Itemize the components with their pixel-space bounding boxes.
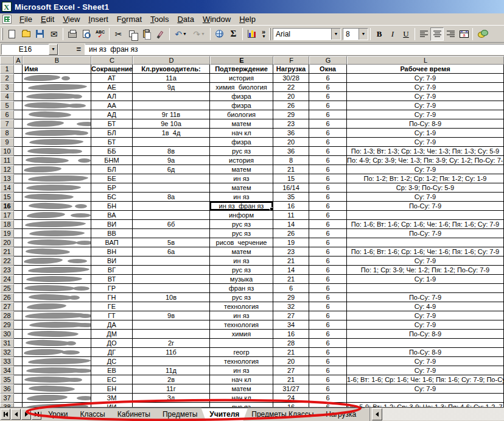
- redo-button[interactable]: ↷▼: [190, 27, 208, 41]
- cell-windows[interactable]: 6: [309, 394, 347, 403]
- cell-windows[interactable]: 6: [309, 266, 347, 275]
- cell-working-time[interactable]: Су: 7-9: [347, 74, 504, 83]
- row-header-25[interactable]: 25: [0, 284, 14, 293]
- copy-button[interactable]: [125, 27, 139, 41]
- font-size-dropdown-arrow[interactable]: ▼: [359, 29, 368, 40]
- cell-a[interactable]: [14, 320, 23, 330]
- cell-working-time[interactable]: Ср: 3-9; По-Су: 5-9: [347, 183, 504, 193]
- cell-confirmation[interactable]: биология: [210, 110, 273, 119]
- cell-load[interactable]: 16: [273, 330, 309, 339]
- cell-confirmation[interactable]: рус яз: [210, 220, 273, 229]
- sheet-tab-предметы-классы[interactable]: Предметы Классы: [243, 408, 322, 421]
- cell-windows[interactable]: 6: [309, 293, 347, 302]
- cell-a[interactable]: [14, 202, 23, 211]
- cell-a[interactable]: [14, 348, 23, 357]
- cell-a[interactable]: [14, 156, 23, 165]
- cell-abbreviation[interactable]: АТ: [91, 74, 133, 83]
- cell-working-time[interactable]: Су: 7-9: [347, 165, 504, 174]
- cell-name-redacted[interactable]: [23, 403, 91, 407]
- cell-a[interactable]: [14, 110, 23, 119]
- italic-button[interactable]: I: [386, 27, 399, 41]
- cell-confirmation[interactable]: история: [210, 156, 273, 165]
- cell-class-teacher[interactable]: 10в: [133, 293, 210, 302]
- previous-sheet-button[interactable]: [11, 409, 21, 420]
- cell-working-time[interactable]: Су: 7-9: [347, 83, 504, 92]
- cell-windows[interactable]: 6: [309, 256, 347, 266]
- cell-windows[interactable]: 6: [309, 384, 347, 394]
- cell-a[interactable]: [14, 220, 23, 229]
- cell-load[interactable]: 36: [273, 147, 309, 156]
- header-class-teacher[interactable]: Кл.руководитель:: [133, 65, 210, 74]
- bold-button[interactable]: B: [373, 27, 386, 41]
- scroll-left-button[interactable]: [372, 408, 382, 420]
- cell-abbreviation[interactable]: АЕ: [91, 83, 133, 92]
- cell-working-time[interactable]: Су: 7-9: [347, 101, 504, 110]
- cell-working-time[interactable]: Су: 7-9: [347, 138, 504, 147]
- cell-name-redacted[interactable]: [23, 266, 91, 275]
- cell-working-time[interactable]: По-Су: 8-9: [347, 330, 504, 339]
- menu-insert[interactable]: Insert: [84, 13, 113, 25]
- column-header-F[interactable]: F: [273, 56, 309, 65]
- row-header-35[interactable]: 35: [0, 375, 14, 384]
- cell-windows[interactable]: 6: [309, 129, 347, 138]
- cell-abbreviation[interactable]: ВН: [91, 247, 133, 256]
- next-sheet-button[interactable]: [21, 409, 31, 420]
- cell-load[interactable]: 27: [273, 311, 309, 320]
- cell-confirmation[interactable]: геогр: [210, 348, 273, 357]
- cell-load[interactable]: 16: [273, 202, 309, 211]
- row-header-19[interactable]: 19: [0, 229, 14, 238]
- cell-name-redacted[interactable]: [23, 339, 91, 348]
- name-box[interactable]: E16 ▼: [1, 44, 58, 55]
- cell-abbreviation[interactable]: АД: [91, 110, 133, 119]
- chart-wizard-button[interactable]: [245, 27, 259, 41]
- row-header-37[interactable]: 37: [0, 394, 14, 403]
- cell-load[interactable]: 16/14: [273, 183, 309, 193]
- cell-load[interactable]: 26: [273, 229, 309, 238]
- cell-load[interactable]: 32: [273, 302, 309, 311]
- cell-load[interactable]: 34: [273, 320, 309, 330]
- cell-name-redacted[interactable]: [23, 183, 91, 193]
- cell-confirmation[interactable]: нач кл: [210, 375, 273, 384]
- row-header-38[interactable]: 38: [0, 403, 14, 407]
- toolbar-grip[interactable]: [1, 28, 3, 40]
- cell-class-teacher[interactable]: [133, 92, 210, 101]
- cell-a[interactable]: [14, 101, 23, 110]
- menu-edit[interactable]: Edit: [37, 13, 58, 25]
- new-document-button[interactable]: [5, 27, 19, 41]
- cell-abbreviation[interactable]: АЛ: [91, 92, 133, 101]
- cell-a[interactable]: [14, 266, 23, 275]
- menu-help[interactable]: Help: [235, 13, 260, 25]
- sheet-tab-учителя[interactable]: Учителя: [201, 408, 248, 421]
- cell-windows[interactable]: 6: [309, 302, 347, 311]
- cell-class-teacher[interactable]: 8а: [133, 193, 210, 202]
- cell-abbreviation[interactable]: БР: [91, 183, 133, 193]
- cell-windows[interactable]: 6: [309, 193, 347, 202]
- cell-working-time[interactable]: Су: 4-9: [347, 302, 504, 311]
- cell-windows[interactable]: 6: [309, 320, 347, 330]
- cell-name-redacted[interactable]: [23, 174, 91, 183]
- cell-confirmation[interactable]: матем: [210, 183, 273, 193]
- cell-windows[interactable]: 6: [309, 74, 347, 83]
- cell-working-time[interactable]: По: 1-6; Вт: 1-6; Ср: 1-6; Че: 1-6; Пя: …: [347, 247, 504, 256]
- row-header-4[interactable]: 4: [0, 92, 14, 101]
- header-abbreviation[interactable]: Сокращение: [91, 65, 133, 74]
- cell-abbreviation[interactable]: ВГ: [91, 266, 133, 275]
- selected-cell-E16[interactable]: ин яз фран яз: [210, 202, 273, 211]
- print-button[interactable]: [65, 27, 79, 41]
- align-left-button[interactable]: [417, 27, 430, 41]
- cell-confirmation[interactable]: физра: [210, 92, 273, 101]
- cell-windows[interactable]: 6: [309, 83, 347, 92]
- cell-a[interactable]: [14, 238, 23, 247]
- cell-load[interactable]: 14: [273, 220, 309, 229]
- more-buttons-chevron[interactable]: »▼: [259, 27, 268, 41]
- cell-load[interactable]: 19: [273, 238, 309, 247]
- merge-center-button[interactable]: a: [457, 27, 471, 41]
- cell-abbreviation[interactable]: БЛ: [91, 165, 133, 174]
- cell-load[interactable]: 21: [273, 348, 309, 357]
- underline-button[interactable]: U: [399, 27, 413, 41]
- cell-working-time[interactable]: [347, 339, 504, 348]
- cell-name-redacted[interactable]: [23, 247, 91, 256]
- menu-tools[interactable]: Tools: [146, 13, 173, 25]
- print-preview-button[interactable]: [79, 27, 93, 41]
- row-header-29[interactable]: 29: [0, 320, 14, 330]
